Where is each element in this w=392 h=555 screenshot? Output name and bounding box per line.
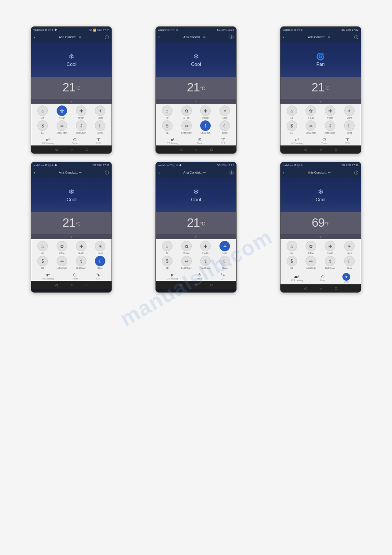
ud-btn-6[interactable]: ⇕ <box>325 256 335 266</box>
lr-btn-3[interactable]: ⇔ <box>306 120 316 131</box>
xfan-btn-2[interactable]: ✿ <box>181 105 192 116</box>
xfan-btn-5[interactable]: ✿ <box>181 241 192 251</box>
health-btn-4[interactable]: ✚ <box>76 241 86 251</box>
air-btn-6[interactable]: ⌂ <box>287 241 297 251</box>
bottom-timer-2[interactable]: ⏱ Timer <box>197 138 202 145</box>
ctrl-ud-1: ⇕ Up&Down <box>73 120 90 134</box>
se-btn-4[interactable]: $ <box>37 256 48 266</box>
xfan-btn-1[interactable]: ✿ <box>57 105 67 116</box>
chevron-6[interactable]: ∨ <box>281 234 361 239</box>
lr-btn-1[interactable]: ⇔ <box>57 120 67 131</box>
home-nav-3[interactable]: ○ <box>320 148 322 152</box>
recent-nav-6[interactable]: □ <box>335 287 337 290</box>
health-btn-2[interactable]: ✚ <box>200 105 211 116</box>
info-icon-3[interactable]: ⓘ <box>354 35 358 40</box>
home-nav-5[interactable]: ○ <box>195 283 198 287</box>
home-nav-6[interactable]: ○ <box>320 287 322 290</box>
bottom-unit-2[interactable]: °F C/°F <box>221 138 225 145</box>
air-btn-3[interactable]: ⌂ <box>287 105 297 116</box>
back-nav-5[interactable]: ◁ <box>180 283 182 287</box>
recent-nav-4[interactable]: □ <box>86 283 88 287</box>
home-nav-1[interactable]: ○ <box>71 148 73 152</box>
ctrl-light-4: ☀ Light <box>92 241 108 254</box>
lr-btn-4[interactable]: ⇔ <box>57 256 67 266</box>
sleep-btn-5[interactable]: ☾ <box>219 256 230 266</box>
info-icon-5[interactable]: ⓘ <box>230 170 234 176</box>
back-nav-4[interactable]: ◁ <box>55 283 58 287</box>
lr-btn-6[interactable]: ⇔ <box>306 256 316 266</box>
se-btn-2[interactable]: $ <box>162 120 173 131</box>
xfan-btn-3[interactable]: ✿ <box>306 105 316 116</box>
se-btn-3[interactable]: $ <box>287 120 297 131</box>
info-icon-2[interactable]: ⓘ <box>230 35 234 40</box>
se-btn-1[interactable]: $ <box>37 120 48 131</box>
ud-btn-2[interactable]: ⇕ <box>200 120 211 131</box>
bottom-timer-5[interactable]: ⏱ Timer <box>197 273 202 280</box>
health-btn-1[interactable]: ✚ <box>76 105 86 116</box>
back-nav-2[interactable]: ◁ <box>180 148 182 152</box>
lr-btn-5[interactable]: ⇔ <box>181 256 192 266</box>
bottom-unit-3[interactable]: °F C/°F <box>345 138 350 145</box>
ctrl-air-6: ⌂ Air <box>284 241 300 254</box>
mode-label-4: Cool <box>67 197 77 202</box>
light-btn-4[interactable]: ☀ <box>95 241 105 251</box>
light-btn-5[interactable]: ☀ <box>219 241 230 251</box>
ctrl-light-6: ☀ Light <box>341 241 358 254</box>
recent-nav-2[interactable]: □ <box>210 148 212 152</box>
ud-btn-5[interactable]: ⇕ <box>200 256 211 266</box>
home-nav-2[interactable]: ○ <box>195 148 198 152</box>
sleep-btn-2[interactable]: ☾ <box>219 120 230 131</box>
air-btn-5[interactable]: ⌂ <box>162 241 173 251</box>
light-btn-3[interactable]: ☀ <box>344 105 355 116</box>
sleep-btn-6[interactable]: ☾ <box>344 256 355 266</box>
info-icon-1[interactable]: ⓘ <box>105 35 109 40</box>
air-btn-1[interactable]: ⌂ <box>37 105 48 116</box>
chevron-2[interactable]: ∨ <box>156 99 236 104</box>
recent-nav-3[interactable]: □ <box>335 148 337 152</box>
bottom-timer-4[interactable]: ⏱ Timer <box>72 273 78 280</box>
recent-nav-5[interactable]: □ <box>210 283 212 287</box>
xfan-btn-4[interactable]: ✿ <box>57 241 67 251</box>
back-nav-1[interactable]: ◁ <box>55 148 58 152</box>
info-icon-6[interactable]: ⓘ <box>354 170 358 176</box>
light-btn-6[interactable]: ☀ <box>344 241 355 251</box>
bottom-unit-5[interactable]: °F C/°F <box>221 273 225 280</box>
chevron-5[interactable]: ∨ <box>156 234 236 239</box>
back-nav-3[interactable]: ◁ <box>304 148 306 152</box>
lr-btn-2[interactable]: ⇔ <box>181 120 192 131</box>
unit-active-icon-6[interactable]: °F <box>342 273 350 281</box>
chevron-3[interactable]: ∨ <box>281 99 361 104</box>
health-btn-3[interactable]: ✚ <box>325 105 335 116</box>
bottom-timer-6[interactable]: ⏱ Timer <box>320 275 326 282</box>
back-nav-6[interactable]: ◁ <box>304 287 306 290</box>
bottom-unit-1[interactable]: °F C/°F <box>96 138 101 145</box>
home-nav-4[interactable]: ○ <box>71 283 73 287</box>
air-label-3: Air <box>290 116 293 119</box>
ud-btn-3[interactable]: ⇕ <box>325 120 335 131</box>
health-btn-5[interactable]: ✚ <box>200 241 211 251</box>
air-btn-4[interactable]: ⌂ <box>37 241 48 251</box>
bottom-unit-6[interactable]: °F C/°F <box>342 273 350 283</box>
bottom-timer-3[interactable]: ⏱ Timer <box>321 138 327 145</box>
bottom-timer-1[interactable]: ⏱ Timer <box>72 138 78 145</box>
nav-title-1: Aria Condizi... ✏ <box>35 36 105 39</box>
sleep-btn-1[interactable]: ☾ <box>95 120 105 131</box>
health-btn-6[interactable]: ✚ <box>325 241 335 251</box>
se-btn-5[interactable]: $ <box>162 256 173 266</box>
controls-row1-6: ⌂ Air ✿ X-Fan ✚ Health ☀ Light <box>282 241 359 254</box>
air-btn-2[interactable]: ⌂ <box>162 105 173 116</box>
xfan-btn-6[interactable]: ✿ <box>306 241 316 251</box>
chevron-1[interactable]: ∨ <box>31 99 111 104</box>
sleep-btn-3[interactable]: ☾ <box>344 120 355 131</box>
se-btn-6[interactable]: $ <box>287 256 297 266</box>
bottom-unit-4[interactable]: °F C/°F <box>96 273 101 280</box>
light-btn-1[interactable]: ☀ <box>95 105 105 116</box>
ud-btn-1[interactable]: ⇕ <box>76 120 86 131</box>
recent-nav-1[interactable]: □ <box>86 148 88 152</box>
info-icon-4[interactable]: ⓘ <box>105 170 109 176</box>
ud-btn-4[interactable]: ⇕ <box>76 256 86 266</box>
light-btn-2[interactable]: ☀ <box>219 105 230 116</box>
sleep-btn-4[interactable]: ☾ <box>95 256 105 266</box>
chevron-4[interactable]: ∨ <box>31 234 111 239</box>
ctrl-light-1: ☀ Light <box>92 105 108 119</box>
